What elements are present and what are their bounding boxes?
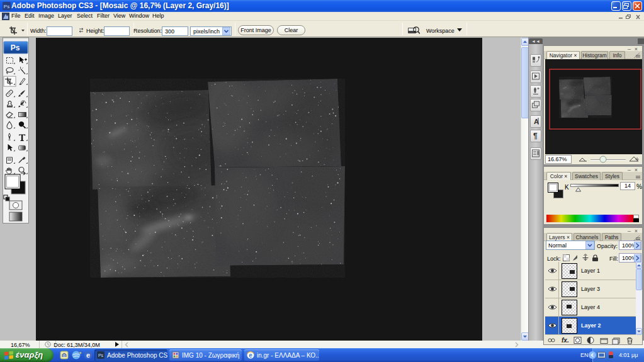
- svg-text:Ps: Ps: [11, 43, 20, 52]
- svg-text:¶: ¶: [533, 132, 538, 140]
- svg-text:e: e: [86, 351, 90, 359]
- svg-text:Ps: Ps: [4, 4, 9, 9]
- svg-text:e: e: [249, 352, 252, 359]
- svg-text:Ps: Ps: [98, 353, 104, 358]
- svg-text:fx.: fx.: [562, 337, 569, 344]
